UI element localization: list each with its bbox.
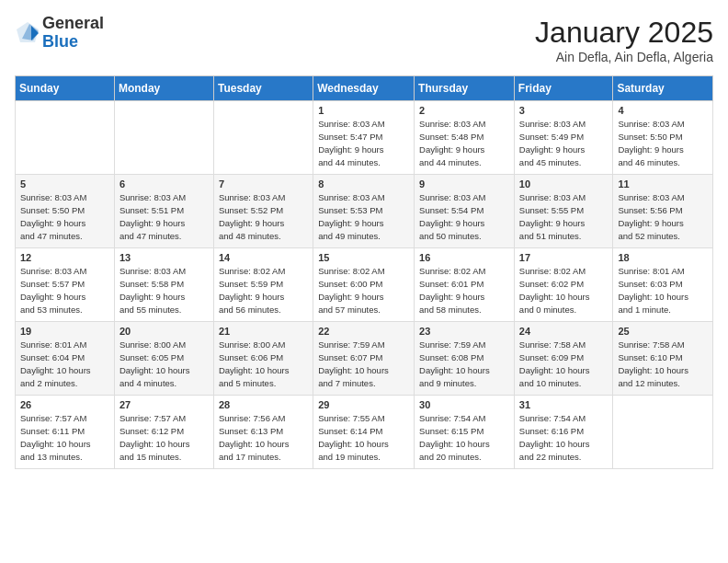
day-info: Sunrise: 8:03 AM Sunset: 5:55 PM Dayligh… [519, 191, 609, 242]
calendar-cell: 30Sunrise: 7:54 AM Sunset: 6:15 PM Dayli… [415, 396, 515, 469]
calendar-cell: 3Sunrise: 8:03 AM Sunset: 5:49 PM Daylig… [514, 101, 613, 175]
day-info: Sunrise: 7:57 AM Sunset: 6:11 PM Dayligh… [20, 412, 109, 463]
location-title: Ain Defla, Ain Defla, Algeria [535, 50, 713, 64]
day-info: Sunrise: 8:01 AM Sunset: 6:04 PM Dayligh… [20, 339, 109, 389]
day-number: 16 [419, 252, 509, 263]
calendar-cell: 22Sunrise: 7:59 AM Sunset: 6:07 PM Dayli… [313, 322, 415, 396]
calendar-cell: 9Sunrise: 8:03 AM Sunset: 5:54 PM Daylig… [415, 175, 515, 248]
day-info: Sunrise: 7:54 AM Sunset: 6:16 PM Dayligh… [519, 412, 609, 463]
day-number: 30 [419, 399, 509, 410]
day-number: 10 [519, 178, 609, 190]
day-info: Sunrise: 7:54 AM Sunset: 6:15 PM Dayligh… [419, 412, 509, 463]
calendar-cell: 1Sunrise: 8:03 AM Sunset: 5:47 PM Daylig… [313, 101, 415, 175]
day-info: Sunrise: 8:03 AM Sunset: 5:58 PM Dayligh… [119, 265, 209, 316]
calendar-cell: 26Sunrise: 7:57 AM Sunset: 6:11 PM Dayli… [16, 396, 115, 469]
day-number: 14 [219, 252, 308, 263]
calendar-header-monday: Monday [114, 76, 213, 101]
day-number: 6 [119, 178, 209, 190]
calendar-cell: 13Sunrise: 8:03 AM Sunset: 5:58 PM Dayli… [114, 248, 213, 322]
day-info: Sunrise: 8:03 AM Sunset: 5:54 PM Dayligh… [419, 191, 509, 242]
calendar-cell: 21Sunrise: 8:00 AM Sunset: 6:06 PM Dayli… [213, 322, 313, 396]
calendar-cell: 4Sunrise: 8:03 AM Sunset: 5:50 PM Daylig… [613, 101, 713, 175]
day-number: 1 [318, 105, 409, 116]
day-number: 8 [318, 178, 409, 190]
calendar-cell: 8Sunrise: 8:03 AM Sunset: 5:53 PM Daylig… [313, 175, 415, 248]
day-number: 9 [419, 178, 509, 190]
logo-icon [15, 20, 40, 46]
day-info: Sunrise: 7:58 AM Sunset: 6:10 PM Dayligh… [618, 339, 708, 389]
calendar-week-row: 12Sunrise: 8:03 AM Sunset: 5:57 PM Dayli… [16, 248, 713, 322]
day-number: 18 [618, 252, 708, 263]
day-number: 7 [219, 178, 308, 190]
day-number: 21 [219, 326, 308, 337]
day-number: 15 [318, 252, 409, 263]
calendar-cell: 14Sunrise: 8:02 AM Sunset: 5:59 PM Dayli… [213, 248, 313, 322]
calendar-week-row: 1Sunrise: 8:03 AM Sunset: 5:47 PM Daylig… [16, 101, 713, 175]
day-info: Sunrise: 8:00 AM Sunset: 6:06 PM Dayligh… [219, 339, 308, 389]
day-info: Sunrise: 8:03 AM Sunset: 5:50 PM Dayligh… [618, 118, 708, 168]
calendar-cell: 28Sunrise: 7:56 AM Sunset: 6:13 PM Dayli… [213, 396, 313, 469]
page-header: General Blue January 2025 Ain Defla, Ain… [15, 15, 713, 64]
calendar-cell: 15Sunrise: 8:02 AM Sunset: 6:00 PM Dayli… [313, 248, 415, 322]
calendar-week-row: 19Sunrise: 8:01 AM Sunset: 6:04 PM Dayli… [16, 322, 713, 396]
day-number: 28 [219, 399, 308, 410]
calendar-cell: 2Sunrise: 8:03 AM Sunset: 5:48 PM Daylig… [415, 101, 515, 175]
calendar-header-tuesday: Tuesday [213, 76, 313, 101]
calendar-week-row: 26Sunrise: 7:57 AM Sunset: 6:11 PM Dayli… [16, 396, 713, 469]
day-number: 22 [318, 326, 409, 337]
day-info: Sunrise: 8:02 AM Sunset: 6:01 PM Dayligh… [419, 265, 509, 316]
day-number: 2 [419, 105, 509, 116]
day-info: Sunrise: 7:58 AM Sunset: 6:09 PM Dayligh… [519, 339, 609, 389]
day-info: Sunrise: 8:03 AM Sunset: 5:56 PM Dayligh… [618, 191, 708, 242]
day-info: Sunrise: 8:03 AM Sunset: 5:53 PM Dayligh… [318, 191, 409, 242]
calendar-header-wednesday: Wednesday [313, 76, 415, 101]
calendar-cell: 11Sunrise: 8:03 AM Sunset: 5:56 PM Dayli… [613, 175, 713, 248]
day-number: 25 [618, 326, 708, 337]
day-number: 4 [618, 105, 708, 116]
calendar-header-row: SundayMondayTuesdayWednesdayThursdayFrid… [16, 76, 713, 101]
day-info: Sunrise: 8:03 AM Sunset: 5:50 PM Dayligh… [20, 191, 109, 242]
calendar-cell: 17Sunrise: 8:02 AM Sunset: 6:02 PM Dayli… [514, 248, 613, 322]
calendar-header-saturday: Saturday [613, 76, 713, 101]
calendar-cell: 6Sunrise: 8:03 AM Sunset: 5:51 PM Daylig… [114, 175, 213, 248]
day-info: Sunrise: 8:03 AM Sunset: 5:49 PM Dayligh… [519, 118, 609, 168]
calendar-cell: 12Sunrise: 8:03 AM Sunset: 5:57 PM Dayli… [16, 248, 115, 322]
calendar-cell [114, 101, 213, 175]
day-number: 26 [20, 399, 109, 410]
calendar-cell: 31Sunrise: 7:54 AM Sunset: 6:16 PM Dayli… [514, 396, 613, 469]
day-info: Sunrise: 7:57 AM Sunset: 6:12 PM Dayligh… [119, 412, 209, 463]
calendar-cell: 24Sunrise: 7:58 AM Sunset: 6:09 PM Dayli… [514, 322, 613, 396]
calendar-header-thursday: Thursday [415, 76, 515, 101]
calendar-header-sunday: Sunday [16, 76, 115, 101]
day-number: 17 [519, 252, 609, 263]
calendar-week-row: 5Sunrise: 8:03 AM Sunset: 5:50 PM Daylig… [16, 175, 713, 248]
day-info: Sunrise: 8:01 AM Sunset: 6:03 PM Dayligh… [618, 265, 708, 316]
calendar-table: SundayMondayTuesdayWednesdayThursdayFrid… [15, 75, 713, 469]
calendar-cell: 16Sunrise: 8:02 AM Sunset: 6:01 PM Dayli… [415, 248, 515, 322]
logo-text: General Blue [42, 15, 104, 52]
calendar-cell: 5Sunrise: 8:03 AM Sunset: 5:50 PM Daylig… [16, 175, 115, 248]
title-block: January 2025 Ain Defla, Ain Defla, Alger… [535, 15, 713, 64]
calendar-cell: 25Sunrise: 7:58 AM Sunset: 6:10 PM Dayli… [613, 322, 713, 396]
day-info: Sunrise: 7:59 AM Sunset: 6:08 PM Dayligh… [419, 339, 509, 389]
day-info: Sunrise: 7:59 AM Sunset: 6:07 PM Dayligh… [318, 339, 409, 389]
day-info: Sunrise: 8:02 AM Sunset: 6:00 PM Dayligh… [318, 265, 409, 316]
calendar-cell: 7Sunrise: 8:03 AM Sunset: 5:52 PM Daylig… [213, 175, 313, 248]
day-info: Sunrise: 8:02 AM Sunset: 6:02 PM Dayligh… [519, 265, 609, 316]
day-info: Sunrise: 7:56 AM Sunset: 6:13 PM Dayligh… [219, 412, 308, 463]
calendar-cell: 29Sunrise: 7:55 AM Sunset: 6:14 PM Dayli… [313, 396, 415, 469]
logo-blue: Blue [42, 32, 78, 51]
logo-general: General [42, 14, 104, 32]
day-number: 5 [20, 178, 109, 190]
day-info: Sunrise: 7:55 AM Sunset: 6:14 PM Dayligh… [318, 412, 409, 463]
day-number: 13 [119, 252, 209, 263]
day-number: 12 [20, 252, 109, 263]
day-number: 31 [519, 399, 609, 410]
day-number: 27 [119, 399, 209, 410]
day-number: 19 [20, 326, 109, 337]
calendar-cell: 27Sunrise: 7:57 AM Sunset: 6:12 PM Dayli… [114, 396, 213, 469]
calendar-cell: 20Sunrise: 8:00 AM Sunset: 6:05 PM Dayli… [114, 322, 213, 396]
day-info: Sunrise: 8:02 AM Sunset: 5:59 PM Dayligh… [219, 265, 308, 316]
day-number: 23 [419, 326, 509, 337]
day-number: 20 [119, 326, 209, 337]
